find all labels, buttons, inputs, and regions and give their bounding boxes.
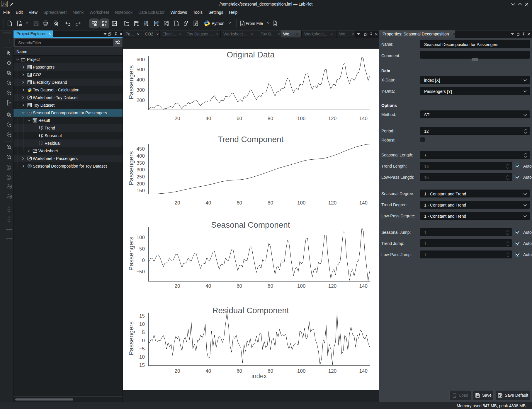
svg-text:20: 20 [175, 116, 180, 121]
svg-text:40: 40 [205, 116, 211, 121]
svg-text:200: 200 [137, 98, 145, 103]
svg-text:140: 140 [359, 116, 368, 121]
svg-text:15: 15 [139, 313, 145, 319]
svg-text:80: 80 [268, 200, 273, 206]
svg-text:350: 350 [137, 160, 145, 166]
svg-text:140: 140 [359, 283, 368, 289]
svg-text:Passengers: Passengers [128, 321, 135, 355]
svg-text:140: 140 [359, 368, 368, 374]
svg-text:Passengers: Passengers [128, 237, 135, 271]
svg-text:150: 150 [137, 188, 145, 193]
svg-text:500: 500 [137, 67, 145, 72]
svg-text:Original Data: Original Data [227, 50, 275, 59]
svg-text:40: 40 [205, 368, 211, 374]
svg-text:400: 400 [137, 77, 145, 83]
svg-text:100: 100 [297, 116, 305, 121]
svg-text:60: 60 [237, 116, 242, 121]
svg-text:0: 0 [142, 338, 145, 343]
svg-text:−15: −15 [136, 362, 145, 368]
svg-text:200: 200 [137, 181, 145, 187]
svg-text:60: 60 [237, 200, 242, 206]
svg-text:0: 0 [142, 258, 145, 263]
svg-text:Trend Component: Trend Component [218, 135, 284, 144]
svg-text:50: 50 [139, 246, 145, 252]
svg-text:300: 300 [137, 87, 145, 93]
svg-text:100: 100 [137, 235, 145, 240]
svg-text:Residual Component: Residual Component [212, 306, 289, 315]
svg-text:5: 5 [142, 330, 145, 335]
svg-text:20: 20 [175, 283, 180, 289]
svg-text:40: 40 [205, 283, 211, 289]
svg-text:250: 250 [137, 174, 145, 180]
svg-text:−5: −5 [139, 346, 145, 352]
svg-text:80: 80 [268, 283, 273, 289]
svg-text:450: 450 [137, 146, 145, 152]
svg-text:400: 400 [137, 153, 145, 159]
svg-text:120: 120 [328, 368, 336, 374]
svg-text:600: 600 [137, 57, 145, 62]
svg-text:120: 120 [328, 200, 336, 206]
svg-text:120: 120 [328, 116, 336, 121]
svg-text:20: 20 [175, 200, 180, 206]
svg-text:40: 40 [205, 200, 211, 206]
svg-text:10: 10 [139, 321, 145, 327]
svg-text:140: 140 [359, 200, 368, 206]
svg-text:80: 80 [268, 368, 273, 374]
svg-text:60: 60 [237, 368, 242, 374]
svg-text:index: index [251, 372, 267, 380]
svg-text:−50: −50 [136, 269, 145, 275]
svg-text:20: 20 [175, 368, 180, 374]
svg-text:120: 120 [328, 283, 336, 289]
svg-text:100: 100 [297, 368, 305, 374]
svg-text:60: 60 [237, 283, 242, 289]
svg-text:300: 300 [137, 167, 145, 173]
svg-text:100: 100 [297, 200, 305, 206]
svg-text:Seasonal Component: Seasonal Component [211, 220, 290, 229]
svg-text:Passengers: Passengers [128, 151, 135, 185]
svg-text:100: 100 [297, 283, 305, 289]
svg-text:−10: −10 [136, 354, 145, 360]
svg-text:Passengers: Passengers [128, 65, 135, 99]
svg-text:80: 80 [268, 116, 273, 121]
